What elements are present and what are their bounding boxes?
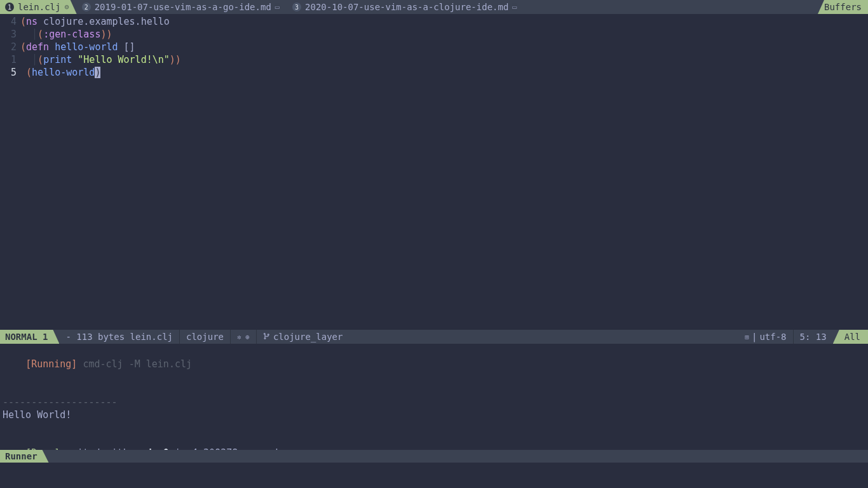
code-line[interactable]: 3 │(:gen-class)) (0, 28, 868, 41)
editor-pane[interactable]: 4(ns clojure.examples.hello3 │(:gen-clas… (0, 14, 868, 330)
tab-modified-icon: ▭ (512, 3, 517, 11)
line-number: 4 (0, 15, 20, 28)
line-number: 5 (0, 66, 20, 79)
tab-go-ide[interactable]: 2 2019-01-07-use-vim-as-a-go-ide.md ▭ (77, 0, 287, 14)
runner-divider: -------------------- (3, 396, 865, 409)
code-content: │(:gen-class)) (20, 28, 112, 41)
tab-lein[interactable]: 1 lein.clj ⊜ (0, 0, 77, 14)
code-content: (hello-world) (20, 66, 100, 79)
tab-modified-icon: ▭ (275, 3, 280, 11)
runner-output: Hello World! (3, 409, 865, 421)
statusline: NORMAL 1 - 113 bytes lein.clj clojure ✲ … (0, 330, 868, 344)
os-encoding: ⊞ | utf-8 (738, 330, 793, 344)
git-icons: ✲ ⊛ (231, 330, 257, 344)
line-number: 1 (0, 53, 20, 66)
branch-icon (263, 332, 271, 342)
code-content: │(print "Hello World!\n")) (20, 53, 181, 66)
tab-modified-icon: ⊜ (64, 3, 69, 11)
tab-number-icon: 2 (82, 3, 91, 11)
code-line[interactable]: 4(ns clojure.examples.hello (0, 15, 868, 28)
runner-statusbar (0, 450, 868, 463)
code-line[interactable]: 2(defn hello-world [] (0, 41, 868, 53)
layer-name: clojure_layer (273, 332, 343, 342)
tab-bar: 1 lein.clj ⊜ 2 2019-01-07-use-vim-as-a-g… (0, 0, 868, 14)
running-command: cmd-clj -M lein.clj (83, 358, 192, 370)
runner-panel-label: Runner (0, 450, 49, 463)
status-icon: ✲ ⊛ (237, 333, 250, 341)
tab-clojure-ide[interactable]: 3 2020-10-07-use-vim-as-a-clojure-ide.md… (287, 0, 525, 14)
code-content: (ns clojure.examples.hello (20, 15, 170, 28)
file-info: - 113 bytes lein.clj (59, 330, 180, 344)
code-line[interactable]: 1 │(print "Hello World!\n")) (0, 53, 868, 66)
line-number: 2 (0, 41, 20, 53)
layer-info: clojure_layer (257, 330, 349, 344)
runner-pane[interactable]: [Running] cmd-clj -M lein.clj ----------… (0, 344, 868, 488)
tab-number-icon: 3 (292, 3, 301, 11)
tab-filename: 2020-10-07-use-vim-as-a-clojure-ide.md (305, 2, 508, 12)
running-label: [Running] (25, 358, 77, 370)
mode-indicator: NORMAL 1 (0, 330, 59, 344)
code-content: (defn hello-world [] (20, 41, 135, 53)
tab-filename: 2019-01-07-use-vim-as-a-go-ide.md (95, 2, 271, 12)
windows-icon: ⊞ (745, 333, 749, 341)
tab-filename: lein.clj (18, 2, 60, 12)
encoding: utf-8 (759, 332, 786, 342)
line-number: 3 (0, 28, 20, 41)
code-line[interactable]: 5 (hello-world) (0, 66, 868, 79)
buffers-label[interactable]: Buffers (818, 0, 868, 14)
tab-number-icon: 1 (5, 3, 14, 11)
filetype: clojure (180, 330, 231, 344)
cursor-position: 5: 13 (794, 332, 833, 342)
scroll-percent: All (833, 330, 868, 344)
